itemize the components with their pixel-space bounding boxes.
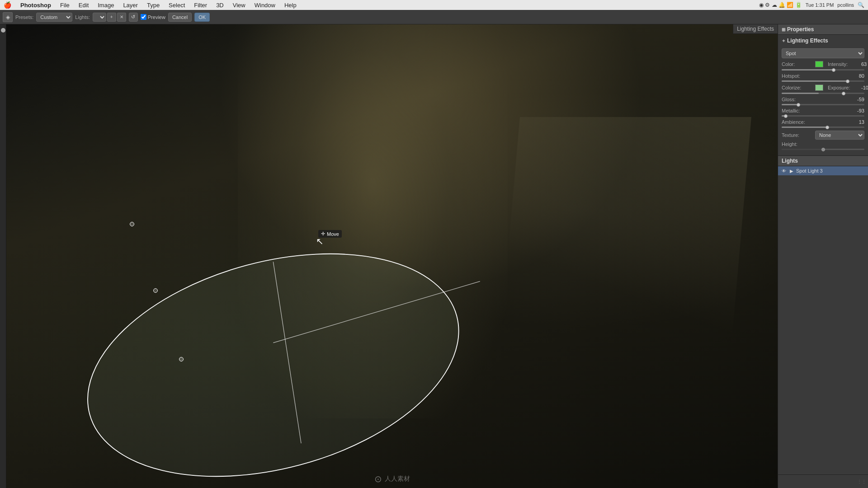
light-item-0[interactable]: 👁 ▶ Spot Light 3 [778, 166, 868, 175]
properties-icon: ⊞ [782, 27, 785, 32]
ambience-row: Ambience: 13 [782, 119, 864, 125]
preview-checkbox[interactable]: Preview [141, 14, 165, 20]
canvas-background [6, 24, 778, 488]
height-label: Height: [782, 141, 813, 147]
metallic-slider[interactable] [782, 115, 864, 117]
right-panel: ⊞ Properties ✦ Lighting Effects Spot Col… [778, 24, 868, 488]
menu-bar: 🍎 Photoshop File Edit Image Layer Type S… [0, 0, 868, 10]
watermark: ⊙ 人人素材 [374, 474, 410, 484]
ambience-slider[interactable] [782, 127, 864, 128]
lights-label: Lights: [75, 14, 90, 20]
spot-dropdown[interactable]: Spot [782, 48, 864, 58]
menu-filter[interactable]: Filter [190, 0, 211, 10]
color-label: Color: [782, 61, 813, 67]
menu-photoshop[interactable]: Photoshop [17, 0, 55, 10]
menu-view[interactable]: View [229, 0, 249, 10]
colorize-row: Colorize: Exposure: -10 [782, 84, 864, 91]
light-type-icon: ▶ [790, 169, 793, 174]
metallic-row: Metallic: -93 [782, 108, 864, 113]
main-layout: ✛ Move ↖ ⊙ 人人素材 Lighting Effects ⊞ Prope… [0, 24, 868, 488]
menu-select[interactable]: Select [165, 0, 189, 10]
cursor: ↖ [316, 237, 324, 246]
intensity-slider[interactable] [782, 69, 864, 70]
lights-options-btn[interactable]: + [107, 13, 116, 22]
menu-help[interactable]: Help [281, 0, 300, 10]
lights-section-title: Lights [782, 158, 798, 164]
figure-lighting [238, 24, 508, 418]
gloss-row: Gloss: -59 [782, 97, 864, 102]
hotspot-label: Hotspot: [782, 73, 813, 79]
menu-bar-icons: ◉ ⚙ ☁ 🔔 📶 🔋 [759, 2, 802, 8]
menu-image[interactable]: Image [94, 0, 118, 10]
light-name: Spot Light 3 [796, 168, 823, 174]
panel-bottom: ⋮⋮ [778, 474, 868, 488]
lighting-effects-icon: ✦ [782, 38, 785, 43]
ctrl-point-bottom[interactable] [179, 357, 184, 361]
lights-dropdown[interactable] [93, 13, 106, 22]
lights-section: Lights 👁 ▶ Spot Light 3 [778, 155, 868, 474]
menu-window[interactable]: Window [251, 0, 279, 10]
canvas-area[interactable]: ✛ Move ↖ ⊙ 人人素材 Lighting Effects [6, 24, 778, 488]
hotspot-slider[interactable] [782, 80, 864, 82]
colorize-swatch[interactable] [815, 84, 823, 91]
apple-menu[interactable]: 🍎 [4, 1, 11, 9]
colorize-label: Colorize: [782, 85, 813, 90]
metallic-value: -93 [852, 108, 864, 113]
gloss-slider[interactable] [782, 104, 864, 105]
left-sidebar [0, 24, 6, 488]
texture-row: Texture: None [782, 131, 864, 140]
menu-3d[interactable]: 3D [212, 0, 227, 10]
panel-body: Spot Color: Intensity: 63 Hotspot: 80 [778, 46, 868, 155]
restore-btn[interactable]: ↺ [129, 13, 138, 22]
presets-dropdown[interactable]: Custom [36, 13, 72, 22]
lighting-effects-section-title: ✦ Lighting Effects [778, 35, 868, 46]
ok-button[interactable]: OK [194, 13, 210, 22]
menu-bar-right: ◉ ⚙ ☁ 🔔 📶 🔋 Tue 1:31 PM pcollins 🔍 [759, 2, 864, 8]
preview-label: Preview [148, 14, 165, 20]
resize-icon[interactable]: ⋮⋮ [857, 479, 866, 484]
lights-header: Lights [778, 156, 868, 166]
gloss-value: -59 [852, 97, 864, 102]
properties-header: ⊞ Properties [778, 24, 868, 35]
hotspot-value: 80 [852, 73, 864, 79]
clock: Tue 1:31 PM [806, 2, 834, 8]
username: pcollins [837, 2, 854, 8]
lights-delete-btn[interactable]: ✕ [117, 13, 126, 22]
move-label: Move [327, 231, 339, 237]
hotspot-row: Hotspot: 80 [782, 73, 864, 79]
ctrl-point-top[interactable] [130, 222, 134, 226]
colorize-slider[interactable] [782, 93, 864, 94]
ambience-label: Ambience: [782, 119, 813, 125]
menu-type[interactable]: Type [143, 0, 163, 10]
lighting-effects-tab[interactable]: Lighting Effects [733, 24, 778, 34]
building-light [495, 117, 751, 395]
intensity-value: 63 [861, 61, 867, 67]
menu-edit[interactable]: Edit [75, 0, 92, 10]
texture-dropdown[interactable]: None [815, 131, 864, 140]
properties-title: Properties [787, 26, 814, 33]
height-row: Height: [782, 141, 864, 147]
metallic-label: Metallic: [782, 108, 813, 113]
intensity-label: Intensity: [828, 61, 859, 67]
search-icon[interactable]: 🔍 [858, 2, 864, 8]
toolbar: ◈ Presets: Custom Lights: + ✕ ↺ Preview … [0, 10, 868, 24]
tool-icon[interactable] [1, 28, 5, 33]
visibility-icon[interactable]: 👁 [782, 169, 786, 174]
height-slider[interactable] [782, 149, 864, 150]
ambience-value: 13 [852, 119, 864, 125]
color-row: Color: Intensity: 63 [782, 61, 864, 67]
texture-label: Texture: [782, 132, 813, 138]
exposure-value: -10 [861, 85, 868, 90]
presets-label: Presets: [15, 14, 33, 20]
gloss-label: Gloss: [782, 97, 813, 102]
exposure-label: Exposure: [828, 85, 859, 90]
menu-layer[interactable]: Layer [119, 0, 142, 10]
color-swatch[interactable] [815, 61, 823, 67]
ctrl-point-center[interactable] [153, 288, 158, 293]
cancel-button[interactable]: Cancel [168, 13, 192, 22]
tool-options-icon[interactable]: ◈ [3, 12, 13, 22]
menu-file[interactable]: File [57, 0, 73, 10]
